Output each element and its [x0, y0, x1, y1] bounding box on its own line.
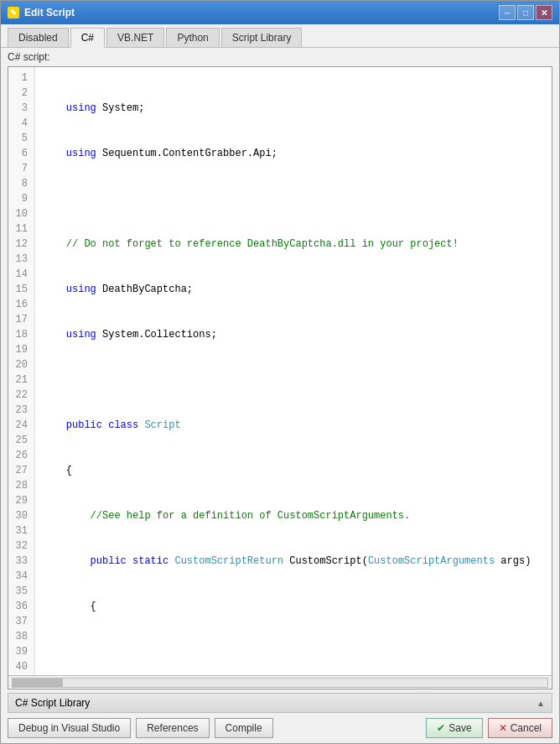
line-numbers: 1 2 3 4 5 6 7 8 9 10 11 12 13 14 15 16 1	[8, 67, 35, 675]
title-bar: ✎ Edit Script ─ □ ✕	[1, 1, 559, 24]
code-line-9: {	[42, 463, 545, 478]
tab-disabled[interactable]: Disabled	[8, 28, 69, 47]
code-line-11: public static CustomScriptReturn CustomS…	[42, 554, 545, 569]
script-library-bar: C# Script Library ▲	[8, 693, 552, 713]
code-line-12: {	[42, 599, 545, 614]
editor-content: 1 2 3 4 5 6 7 8 9 10 11 12 13 14 15 16 1	[8, 67, 552, 675]
collapse-script-library-button[interactable]: ▲	[537, 699, 545, 708]
editor-container: 1 2 3 4 5 6 7 8 9 10 11 12 13 14 15 16 1	[8, 66, 552, 689]
script-library-label: C# Script Library	[15, 697, 90, 709]
tab-script-library[interactable]: Script Library	[221, 28, 303, 47]
code-line-1: using System;	[42, 101, 545, 116]
code-line-10: //See help for a definition of CustomScr…	[42, 508, 545, 523]
tabs-bar: Disabled C# VB.NET Python Script Library	[1, 24, 559, 48]
cancel-button[interactable]: ✕ Cancel	[488, 718, 552, 738]
code-line-3	[42, 191, 545, 206]
title-bar-controls: ─ □ ✕	[499, 5, 552, 20]
close-button[interactable]: ✕	[536, 5, 552, 20]
check-icon: ✔	[437, 722, 445, 734]
title-bar-left: ✎ Edit Script	[8, 7, 75, 18]
code-line-7	[42, 372, 545, 388]
debug-in-visual-studio-button[interactable]: Debug in Visual Studio	[8, 718, 131, 738]
code-line-8: public class Script	[42, 418, 545, 433]
scrollbar-track[interactable]	[12, 678, 548, 688]
maximize-button[interactable]: □	[517, 5, 534, 20]
code-line-5: using DeathByCaptcha;	[42, 282, 545, 297]
tab-vbnet[interactable]: VB.NET	[106, 28, 164, 47]
horizontal-scrollbar[interactable]	[8, 675, 552, 689]
scrollbar-thumb[interactable]	[13, 679, 63, 687]
editor-scroll[interactable]: 1 2 3 4 5 6 7 8 9 10 11 12 13 14 15 16 1	[8, 67, 552, 675]
tab-python[interactable]: Python	[166, 28, 219, 47]
minimize-button[interactable]: ─	[499, 5, 516, 20]
code-area[interactable]: using System; using Sequentum.ContentGra…	[35, 67, 552, 675]
window-title: Edit Script	[24, 7, 75, 18]
edit-script-window: ✎ Edit Script ─ □ ✕ Disabled C# VB.NET P…	[0, 0, 560, 744]
tab-csharp[interactable]: C#	[70, 28, 105, 48]
code-line-4: // Do not forget to reference DeathByCap…	[42, 237, 545, 252]
edit-script-icon: ✎	[8, 7, 19, 18]
references-button[interactable]: References	[136, 718, 209, 738]
save-button[interactable]: ✔ Save	[426, 718, 482, 738]
script-label: C# script:	[1, 48, 559, 65]
bottom-bar: Debug in Visual Studio References Compil…	[1, 713, 559, 743]
code-line-13	[42, 644, 545, 659]
compile-button[interactable]: Compile	[215, 718, 273, 738]
code-line-6: using System.Collections;	[42, 327, 545, 342]
code-line-2: using Sequentum.ContentGrabber.Api;	[42, 146, 545, 161]
x-icon: ✕	[499, 722, 507, 734]
